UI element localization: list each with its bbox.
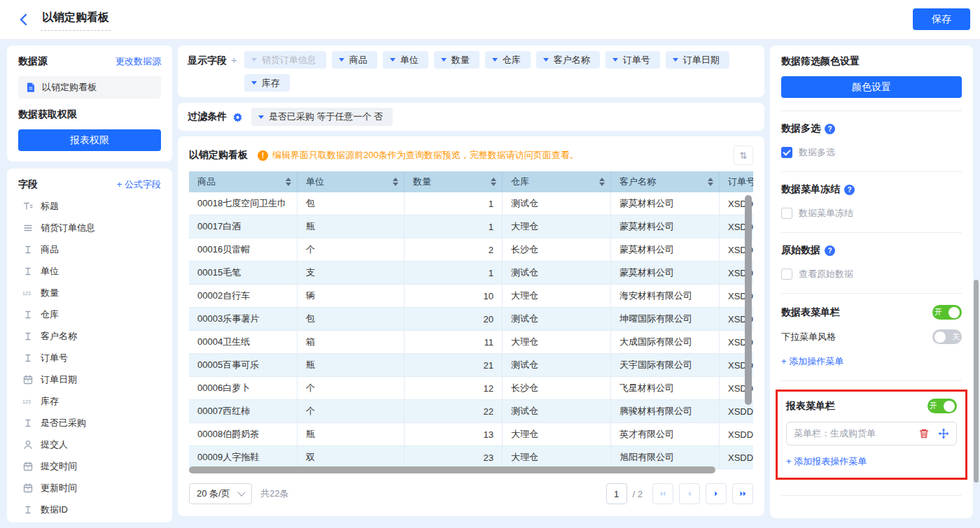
divider	[781, 495, 962, 496]
report-menu-toggle-on[interactable]: 开	[927, 399, 957, 413]
save-button[interactable]: 保存	[913, 8, 970, 30]
dropdown-style-label: 下拉菜单风格	[781, 331, 836, 343]
filter-condition-chip[interactable]: 是否已采购 等于任意一个 否	[251, 108, 393, 126]
table-row[interactable]: 00015毛笔支1测试仓蒙莫材料公司XSDD20	[189, 262, 753, 285]
add-action-menu-link[interactable]: + 添加操作菜单	[781, 355, 844, 368]
main-area: 数据源 更改数据源 以销定购看板 数据获取权限 报表权限 字段 + 公式字段 标…	[0, 40, 980, 528]
sort-order-icon[interactable]: ⇅	[734, 145, 753, 165]
field-item[interactable]: 是否已采购	[18, 412, 161, 434]
table-row[interactable]: 00002自行车辆10大理仓海安材料有限公司XSDD20	[189, 285, 753, 308]
table-row[interactable]: 00006白萝卜个12长沙仓飞星材料公司XSDD20	[189, 377, 753, 400]
display-field-chip[interactable]: 订单日期	[666, 51, 729, 69]
field-item[interactable]: 标题	[18, 195, 161, 217]
table-cell: 测试仓	[503, 192, 611, 215]
field-item[interactable]: 商品	[18, 238, 161, 260]
sort-icon[interactable]	[491, 178, 496, 186]
field-item[interactable]: 客户名称	[18, 325, 161, 347]
help-icon[interactable]	[825, 124, 835, 134]
text-icon	[22, 331, 34, 342]
chevron-down-icon	[251, 58, 257, 62]
table-cell: 腾骏材料有限公司	[611, 400, 720, 422]
datasource-item[interactable]: 以销定购看板	[18, 76, 161, 99]
display-field-chip[interactable]: 单位	[383, 51, 428, 69]
checkbox-unchecked-icon[interactable]	[781, 208, 792, 219]
form-icon	[22, 222, 34, 234]
checkbox-unchecked-icon[interactable]	[781, 269, 792, 280]
field-label: 提交人	[41, 438, 68, 451]
last-page-button[interactable]	[732, 483, 753, 504]
page-scrollbar[interactable]	[974, 280, 979, 483]
title-icon	[22, 201, 34, 212]
column-header[interactable]: 客户名称	[611, 171, 720, 192]
menu-freeze-checkbox-row[interactable]: 数据菜单冻结	[781, 207, 962, 220]
back-icon[interactable]	[17, 13, 31, 27]
column-header[interactable]: 商品	[189, 171, 298, 192]
table-horizontal-scrollbar[interactable]	[189, 466, 715, 473]
table-menu-toggle-on[interactable]: 开	[932, 305, 962, 320]
display-field-chip[interactable]: 数量	[434, 51, 479, 69]
table-row[interactable]: 00016贝雷帽个2长沙仓蒙莫材料公司XSDD20	[189, 238, 753, 262]
change-datasource-link[interactable]: 更改数据源	[115, 55, 161, 68]
table-vertical-scrollbar[interactable]	[745, 195, 752, 405]
table-row[interactable]: 00003乐事薯片包20测试仓坤曜国际有限公司XSDD20	[189, 308, 753, 331]
display-field-chip[interactable]: 订单号	[606, 51, 660, 69]
field-item[interactable]: 7提交时间	[18, 455, 161, 477]
field-item[interactable]: 7更新时间	[18, 477, 161, 499]
display-field-chip[interactable]: 仓库	[485, 51, 531, 69]
table-row[interactable]: 00004卫生纸箱11大理仓大成国际有限公司XSDD20	[189, 331, 753, 354]
trash-icon[interactable]	[918, 428, 930, 439]
field-label: 销货订单信息	[41, 222, 95, 234]
datasource-item-label: 以销定购看板	[42, 81, 97, 94]
table-row[interactable]: 00018七度空间卫生巾包1测试仓蒙莫材料公司XSDD20	[189, 192, 753, 215]
move-icon[interactable]	[938, 428, 949, 439]
field-item[interactable]: 7订单日期	[18, 369, 161, 390]
help-icon[interactable]	[844, 185, 855, 195]
sort-icon[interactable]	[393, 178, 398, 186]
sort-icon[interactable]	[708, 178, 713, 186]
report-permission-button[interactable]: 报表权限	[18, 129, 161, 151]
sort-icon[interactable]	[599, 178, 605, 186]
field-item[interactable]: 数据ID	[18, 499, 161, 520]
display-field-chip[interactable]: 销货订单信息	[244, 51, 326, 69]
page-size-select[interactable]: 20 条/页	[189, 483, 252, 504]
raw-data-checkbox-row[interactable]: 查看原始数据	[781, 268, 962, 280]
add-display-field-icon[interactable]: +	[231, 51, 237, 66]
table-cell: 00018七度空间卫生巾	[189, 192, 298, 215]
column-header[interactable]: 订单号	[720, 171, 753, 192]
formula-field-link[interactable]: + 公式字段	[117, 178, 161, 191]
current-page-input[interactable]: 1	[606, 483, 627, 504]
prev-page-button[interactable]	[679, 483, 700, 504]
dropdown-style-toggle-off[interactable]: 关	[932, 329, 962, 344]
next-page-button[interactable]	[706, 483, 727, 504]
divider	[781, 171, 962, 172]
display-field-chip[interactable]: 库存	[244, 74, 290, 92]
field-item[interactable]: 123数量	[18, 282, 161, 304]
table-row[interactable]: 00007西红柿个22测试仓腾骏材料有限公司XSDD20	[189, 400, 753, 423]
sort-icon[interactable]	[286, 178, 291, 186]
column-header[interactable]: 数量	[405, 171, 503, 192]
multi-select-checkbox-row[interactable]: 数据多选	[781, 146, 962, 159]
help-icon[interactable]	[825, 245, 835, 256]
color-settings-button[interactable]: 颜色设置	[781, 76, 962, 98]
column-header[interactable]: 单位	[298, 171, 405, 192]
table-row[interactable]: 00005百事可乐瓶21测试仓天宇国际有限公司XSDD20	[189, 354, 753, 377]
column-header[interactable]: 仓库	[503, 171, 611, 192]
field-item[interactable]: 订单号	[18, 347, 161, 369]
display-field-chip[interactable]: 客户名称	[536, 51, 600, 69]
first-page-button[interactable]	[652, 483, 673, 504]
gear-icon[interactable]	[232, 112, 243, 122]
field-item[interactable]: 123库存	[18, 390, 161, 412]
table-title: 以销定购看板	[189, 149, 248, 162]
field-item[interactable]: 仓库	[18, 304, 161, 325]
display-field-chip[interactable]: 商品	[332, 51, 377, 69]
add-report-action-menu-link[interactable]: + 添加报表操作菜单	[786, 455, 867, 468]
field-item[interactable]: 单位	[18, 260, 161, 282]
table-cell: 大成国际有限公司	[611, 331, 720, 353]
checkbox-checked-icon[interactable]	[781, 147, 792, 158]
field-item[interactable]: 销货订单信息	[18, 217, 161, 238]
table-row[interactable]: 00008伯爵奶茶瓶13大理仓英才有限公司XSDD20	[189, 423, 753, 446]
field-item[interactable]: 提交人	[18, 434, 161, 455]
table-row[interactable]: 00017白酒瓶1大理仓蒙莫材料公司XSDD20	[189, 215, 753, 238]
date-icon: 7	[22, 374, 34, 385]
report-menu-item[interactable]: 菜单栏：生成购货单	[786, 422, 957, 445]
